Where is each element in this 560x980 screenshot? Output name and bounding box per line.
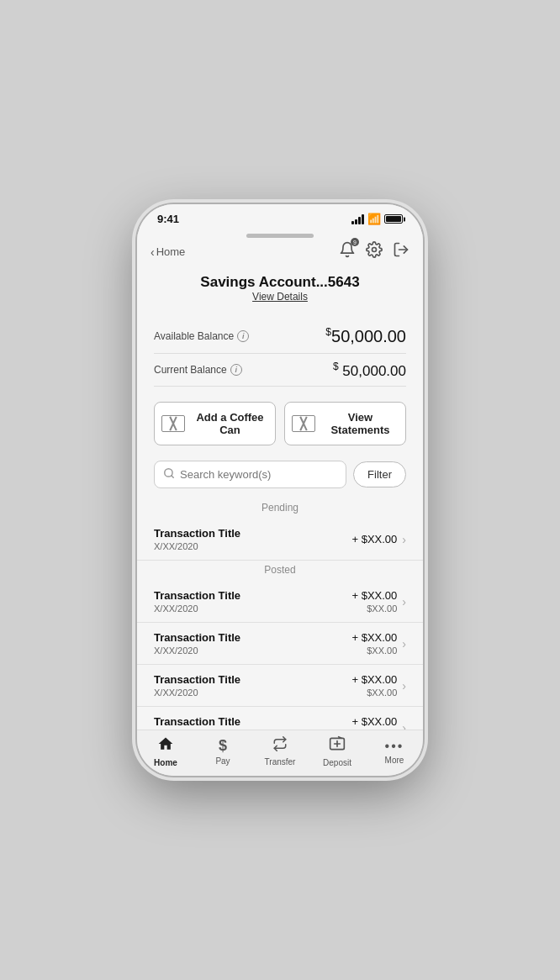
pending-transaction-item[interactable]: Transaction Title X/XX/2020 + $XX.00 ›	[137, 519, 423, 561]
account-header: Savings Account...5643 View Details	[137, 267, 423, 313]
transfer-tab-icon	[271, 736, 289, 756]
tab-deposit[interactable]: Deposit	[315, 735, 359, 767]
back-chevron-icon: ‹	[151, 245, 155, 259]
pending-transaction-chevron-icon: ›	[402, 533, 406, 546]
tab-transfer[interactable]: Transfer	[258, 736, 302, 767]
deposit-tab-label: Deposit	[323, 758, 351, 767]
svg-point-0	[372, 248, 377, 252]
search-input-wrap	[154, 461, 346, 488]
pending-transaction-title: Transaction Title	[154, 527, 240, 540]
home-tab-label: Home	[154, 758, 177, 767]
coffee-can-icon	[161, 415, 185, 432]
pending-transaction-amount: + $XX.00	[351, 533, 397, 545]
status-bar: 9:41 📶	[137, 204, 423, 229]
nav-bar: ‹ Home 9	[137, 238, 423, 267]
posted-transaction-item-1[interactable]: Transaction Title X/XX/2020 + $XX.00 $XX…	[137, 581, 423, 623]
battery-icon	[384, 214, 403, 224]
filter-button[interactable]: Filter	[353, 461, 406, 487]
current-balance-info-icon[interactable]: i	[230, 364, 242, 376]
posted-section-label: Posted	[137, 561, 423, 581]
add-coffee-can-button[interactable]: Add a Coffee Can	[154, 402, 276, 445]
status-time: 9:41	[157, 213, 179, 225]
posted-chevron-icon-4: ›	[402, 721, 406, 730]
posted-chevron-icon-2: ›	[402, 637, 406, 651]
transfer-tab-label: Transfer	[265, 757, 296, 767]
pending-section-label: Pending	[137, 498, 423, 519]
search-icon	[163, 467, 175, 482]
account-title: Savings Account...5643	[151, 274, 409, 291]
action-buttons: Add a Coffee Can View Statements	[137, 390, 423, 457]
home-tab-icon	[156, 735, 175, 756]
pending-transaction-left: Transaction Title X/XX/2020	[154, 527, 240, 551]
pending-transaction-date: X/XX/2020	[154, 541, 240, 551]
more-tab-label: More	[385, 756, 404, 765]
posted-chevron-icon-3: ›	[402, 679, 406, 693]
notch-area	[137, 229, 423, 238]
main-content: Savings Account...5643 View Details Avai…	[137, 267, 423, 730]
pay-tab-icon: $	[219, 737, 227, 755]
available-balance-row: Available Balance i $50,000.00	[154, 319, 406, 354]
available-balance-info-icon[interactable]: i	[237, 330, 249, 342]
balance-section: Available Balance i $50,000.00 Current B…	[137, 313, 423, 390]
posted-transaction-item-3[interactable]: Transaction Title X/XX/2020 + $XX.00 $XX…	[137, 665, 423, 707]
available-balance-amount: $50,000.00	[325, 326, 406, 346]
tab-home[interactable]: Home	[144, 735, 188, 767]
more-tab-icon: •••	[385, 739, 404, 754]
back-label: Home	[156, 245, 186, 258]
search-section: Filter	[137, 457, 423, 498]
gear-icon	[366, 241, 383, 258]
posted-transaction-item-2[interactable]: Transaction Title X/XX/2020 + $XX.00 $XX…	[137, 623, 423, 665]
nav-icons: 9	[339, 241, 409, 262]
available-balance-label: Available Balance i	[154, 330, 249, 342]
search-input[interactable]	[180, 468, 337, 481]
settings-button[interactable]	[366, 241, 383, 262]
tab-pay[interactable]: $ Pay	[201, 737, 245, 766]
tab-more[interactable]: ••• More	[372, 739, 416, 765]
statements-icon	[292, 415, 315, 432]
svg-line-3	[172, 476, 174, 478]
view-statements-button[interactable]: View Statements	[284, 402, 406, 445]
tab-bar: Home $ Pay Transfer	[137, 730, 423, 776]
current-balance-label: Current Balance i	[154, 364, 242, 376]
view-details-link[interactable]: View Details	[151, 291, 409, 303]
back-button[interactable]: ‹ Home	[151, 245, 185, 259]
wifi-icon: 📶	[367, 213, 381, 225]
deposit-tab-icon	[328, 735, 346, 756]
logout-icon	[393, 241, 409, 258]
posted-chevron-icon-1: ›	[402, 595, 406, 609]
status-icons: 📶	[351, 213, 403, 225]
notification-button[interactable]: 9	[339, 241, 356, 262]
pending-transaction-right: + $XX.00	[351, 533, 397, 545]
posted-transaction-item-4[interactable]: Transaction Title X/XX/2020 + $XX.00 $XX…	[137, 707, 423, 730]
pay-tab-label: Pay	[215, 756, 230, 766]
logout-button[interactable]	[393, 241, 409, 262]
current-balance-amount: $ 50,000.00	[333, 361, 406, 380]
current-balance-row: Current Balance i $ 50,000.00	[154, 354, 406, 387]
signal-bars-icon	[351, 214, 364, 224]
pending-transaction-right-wrap: + $XX.00 ›	[351, 533, 406, 546]
phone-frame: 9:41 📶 ‹ Home 9	[137, 204, 423, 776]
notification-badge: 9	[351, 238, 359, 246]
